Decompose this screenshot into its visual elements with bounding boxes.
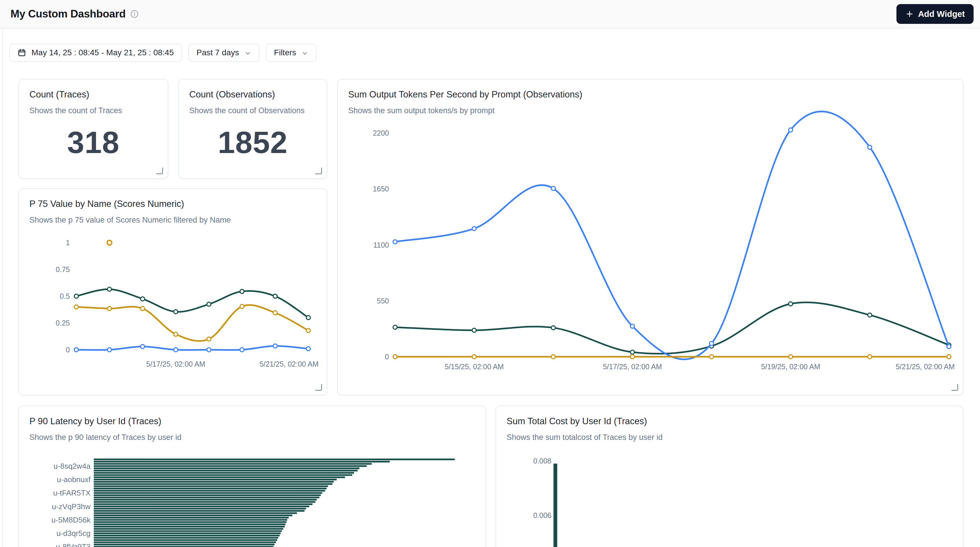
resize-handle-icon[interactable]	[951, 384, 958, 391]
info-icon[interactable]	[130, 10, 139, 18]
date-range-label: May 14, 25 : 08:45 - May 21, 25 : 08:45	[32, 48, 174, 57]
svg-text:1100: 1100	[373, 241, 389, 249]
app-header: My Custom Dashboard Add Widget	[0, 0, 980, 29]
widget-title: Sum Output Tokens Per Second by Prompt (…	[348, 89, 952, 100]
resize-handle-icon[interactable]	[315, 384, 322, 391]
widget-title: P 90 Latency by User Id (Traces)	[29, 416, 475, 427]
count-value: 318	[19, 125, 168, 160]
chevron-down-icon	[301, 50, 308, 57]
widget-subtitle: Shows the sum output tokens/s by prompt	[348, 106, 952, 115]
svg-text:u-zVqP3hw: u-zVqP3hw	[52, 502, 91, 511]
chevron-down-icon	[244, 50, 251, 57]
svg-text:5/21/25, 02:00 AM: 5/21/25, 02:00 AM	[896, 363, 955, 371]
page-title: My Custom Dashboard	[11, 8, 126, 20]
add-widget-button[interactable]: Add Widget	[896, 4, 974, 24]
resize-handle-icon[interactable]	[315, 168, 322, 174]
plus-icon	[905, 10, 914, 18]
svg-text:5/19/25, 02:00 AM: 5/19/25, 02:00 AM	[761, 363, 820, 371]
widget-title: Count (Traces)	[29, 89, 157, 100]
svg-text:0: 0	[385, 353, 389, 361]
widget-subtitle: Shows the sum totalcost of Traces by use…	[507, 433, 952, 442]
content-left-border	[2, 29, 3, 547]
p90-bar-chart: u-8sq2w4au-aobnuxfu-tFAR5TXu-zVqP3hwu-5M…	[19, 406, 486, 547]
widget-p90-latency: u-8sq2w4au-aobnuxfu-tFAR5TXu-zVqP3hwu-5M…	[18, 406, 486, 547]
svg-text:1650: 1650	[373, 185, 389, 193]
svg-text:u-8sq2w4a: u-8sq2w4a	[54, 462, 91, 471]
date-range-button[interactable]: May 14, 25 : 08:45 - May 21, 25 : 08:45	[9, 44, 182, 62]
filters-label: Filters	[274, 48, 296, 57]
widget-count-observations: Count (Observations) Shows the count of …	[178, 79, 327, 179]
tokens-line-chart: 05501100165022005/15/25, 02:00 AM5/17/25…	[338, 79, 963, 395]
svg-text:5/15/25, 02:00 AM: 5/15/25, 02:00 AM	[445, 363, 504, 371]
svg-text:2200: 2200	[373, 129, 389, 137]
svg-text:0.006: 0.006	[533, 511, 551, 519]
widget-p75-scores: 00.250.50.7515/17/25, 02:00 AM5/21/25, 0…	[18, 188, 327, 395]
time-preset-button[interactable]: Past 7 days	[188, 44, 259, 62]
widget-subtitle: Shows the count of Traces	[29, 106, 157, 115]
widget-count-traces: Count (Traces) Shows the count of Traces…	[18, 79, 168, 179]
svg-text:550: 550	[377, 297, 389, 305]
widget-total-cost: 0.0080.006 Sum Total Cost by User Id (Tr…	[496, 406, 963, 547]
svg-text:5/21/25, 02:00 AM: 5/21/25, 02:00 AM	[259, 360, 318, 368]
svg-text:u-5M8D56k: u-5M8D56k	[51, 515, 91, 524]
widget-subtitle: Shows the p 75 value of Scores Numeric f…	[29, 216, 316, 225]
svg-text:0.75: 0.75	[56, 265, 70, 274]
dashboard-screen: My Custom Dashboard Add Widget	[0, 0, 980, 547]
calendar-icon	[18, 48, 26, 57]
resize-handle-icon[interactable]	[156, 168, 163, 174]
add-widget-label: Add Widget	[918, 9, 965, 19]
svg-text:0.008: 0.008	[533, 457, 551, 465]
widget-title: Sum Total Cost by User Id (Traces)	[507, 416, 952, 427]
svg-text:0: 0	[66, 346, 70, 354]
svg-text:1: 1	[66, 239, 70, 247]
svg-text:u-aobnuxf: u-aobnuxf	[57, 475, 91, 484]
cost-bar-chart: 0.0080.006	[496, 406, 963, 547]
widget-title: P 75 Value by Name (Scores Numeric)	[29, 199, 316, 209]
widget-tokens-per-second: 05501100165022005/15/25, 02:00 AM5/17/25…	[337, 79, 963, 395]
widget-subtitle: Shows the count of Observations	[189, 106, 316, 115]
time-preset-label: Past 7 days	[197, 48, 239, 57]
toolbar: May 14, 25 : 08:45 - May 21, 25 : 08:45 …	[9, 44, 317, 62]
svg-text:0.5: 0.5	[60, 292, 70, 300]
count-value: 1852	[179, 125, 327, 160]
widget-subtitle: Shows the p 90 latency of Traces by user…	[29, 433, 475, 442]
svg-text:5/17/25, 02:00 AM: 5/17/25, 02:00 AM	[603, 363, 662, 371]
svg-text:u-tFAR5TX: u-tFAR5TX	[53, 488, 91, 497]
svg-text:0.25: 0.25	[56, 319, 70, 327]
widget-title: Count (Observations)	[189, 89, 316, 100]
svg-text:u-d3qr5cg: u-d3qr5cg	[56, 529, 91, 538]
svg-text:u-8fVa9T3: u-8fVa9T3	[56, 542, 91, 547]
filters-button[interactable]: Filters	[266, 44, 317, 62]
svg-text:5/17/25, 02:00 AM: 5/17/25, 02:00 AM	[146, 360, 205, 368]
